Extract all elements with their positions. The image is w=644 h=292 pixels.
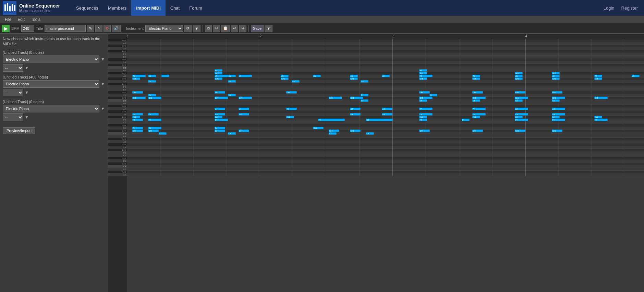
redo-btn[interactable]: ↪	[239, 25, 246, 32]
grid-row-E3	[127, 154, 644, 157]
grid-col-line	[193, 39, 194, 176]
app-title: Online Sequencer	[19, 3, 60, 9]
ruler-mark-3: 3	[392, 34, 394, 38]
piano-key-Gs6: G#6	[108, 45, 127, 47]
left-panel: Now choose which instruments to use for …	[0, 34, 108, 292]
piano-key-As2: A#2	[108, 171, 127, 173]
preview-import-button[interactable]: Preview/Import	[3, 127, 35, 134]
grid-row-C6	[127, 66, 644, 69]
grid-scroll[interactable]: 1234A5A5A5A5A5A5A5A5A5A5A5A5A5A5A5G#5G#5…	[127, 34, 644, 292]
grid-row-A3	[127, 141, 644, 143]
sub-dropdown-arrow-0: ▼	[25, 65, 29, 70]
grid-row-Fs4	[127, 116, 644, 119]
grid-row-B4	[127, 102, 644, 105]
undo-btn[interactable]: ↩	[231, 25, 238, 32]
instrument-arrow-btn[interactable]: ▼	[193, 25, 201, 32]
menu-file[interactable]: File	[2, 17, 14, 22]
track-instrument-select-0[interactable]: Electric Piano	[3, 56, 99, 63]
piano-key-Fs4: F#4	[108, 116, 127, 119]
piano-key-D5: D5	[108, 94, 127, 97]
menu-tools[interactable]: Tools	[28, 17, 43, 22]
svg-rect-1	[4, 4, 6, 11]
piano-key-As6: A#6	[108, 39, 127, 42]
instrument-label: Instrument	[126, 26, 144, 31]
track-sub-select-1[interactable]: --	[3, 89, 23, 96]
grid-row-F4	[127, 119, 644, 121]
svg-rect-2	[7, 3, 8, 11]
track-sub-select-2[interactable]: --	[3, 113, 23, 121]
track-instrument-select-2[interactable]: Electric Piano	[3, 105, 99, 112]
piano-key-As5: A#5	[108, 72, 127, 75]
piano-key-A2: A2	[108, 173, 127, 176]
copy-btn[interactable]: ⧉	[205, 25, 212, 32]
piano-key-C3: C3	[108, 165, 127, 168]
grid-row-Ds6	[127, 58, 644, 61]
piano-key-Cs5: C#5	[108, 97, 127, 99]
grid-row-G6	[127, 47, 644, 50]
grid-row-Gs4	[127, 110, 644, 113]
play-button[interactable]: ▶	[2, 25, 10, 32]
grid-row-E4	[127, 121, 644, 124]
nav-sequences[interactable]: Sequences	[71, 0, 103, 16]
bpm-input[interactable]	[21, 25, 34, 32]
paste-btn[interactable]: 📋	[221, 25, 230, 32]
piano-key-D3: D3	[108, 160, 127, 162]
instrument-select[interactable]: Electric Piano	[145, 25, 183, 32]
nav-chat[interactable]: Chat	[166, 0, 184, 16]
top-navigation: Online Sequencer Make music online Seque…	[0, 0, 644, 16]
menu-edit[interactable]: Edit	[15, 17, 27, 22]
instrument-settings-btn[interactable]: ⚙	[184, 25, 192, 32]
grid-row-As3	[127, 138, 644, 141]
track-label-2: [Untitled Track] (0 notes)	[3, 100, 105, 104]
grid-col-line	[625, 39, 625, 176]
piano-key-C5: C5	[108, 99, 127, 102]
nav-members[interactable]: Members	[103, 0, 131, 16]
piano-key-C4: C4	[108, 132, 127, 135]
piano-key-A4: A4	[108, 108, 127, 110]
grid-row-B3	[127, 135, 644, 138]
track-sub-select-0[interactable]: --	[3, 64, 23, 72]
grid-row-Fs6	[127, 50, 644, 53]
grid-row-F6	[127, 53, 644, 56]
edit-icon-btn[interactable]: ✎	[87, 25, 94, 32]
speaker-icon-btn[interactable]: 🔊	[112, 25, 121, 32]
piano-key-Gs5: G#5	[108, 77, 127, 80]
cut-btn[interactable]: ✂	[213, 25, 220, 32]
piano-roll-wrapper: A#6A6G#6G6F#6F6E6D#6D6C#6C6B5A#5A5G#5G5F…	[108, 34, 644, 292]
import-notice: Now choose which instruments to use for …	[3, 36, 105, 47]
track-controls-2: Electric Piano ▼	[3, 105, 105, 112]
grid-col-line	[459, 39, 459, 176]
track-sub-controls-0: -- ▼	[3, 64, 105, 72]
grid-row-B5	[127, 69, 644, 72]
nav-forum[interactable]: Forum	[184, 0, 207, 16]
ruler-mark-4: 4	[525, 34, 527, 38]
save-btn[interactable]: Save	[251, 25, 264, 32]
piano-key-G4: G4	[108, 113, 127, 116]
grid-col-line	[426, 39, 426, 176]
delete-icon-btn[interactable]: ⊘	[104, 25, 111, 32]
grid-row-A2	[127, 173, 644, 176]
piano-key-E3: E3	[108, 154, 127, 157]
login-link[interactable]: Login	[600, 5, 618, 11]
grid-row-As6	[127, 39, 644, 42]
grid-row-D3	[127, 160, 644, 162]
save-arrow-btn[interactable]: ▼	[265, 25, 272, 32]
track-row-1: [Untitled Track] (400 notes) Electric Pi…	[3, 75, 105, 96]
piano-key-As4: A#4	[108, 105, 127, 108]
piano-key-G5: G5	[108, 80, 127, 83]
grid-row-C4	[127, 132, 644, 135]
title-input[interactable]	[45, 25, 86, 32]
svg-rect-3	[9, 6, 11, 11]
piano-keys: A#6A6G#6G6F#6F6E6D#6D6C#6C6B5A#5A5G#5G5F…	[108, 34, 127, 292]
nav-import-midi[interactable]: Import MIDI	[131, 0, 166, 16]
sub-dropdown-arrow-1: ▼	[25, 90, 29, 95]
grid-row-D5	[127, 94, 644, 97]
cursor-icon-btn[interactable]: ↖	[95, 25, 102, 32]
grid-row-Fs5	[127, 83, 644, 86]
track-instrument-select-1[interactable]: Electric Piano	[3, 80, 99, 88]
register-link[interactable]: Register	[618, 5, 641, 11]
piano-key-Cs6: C#6	[108, 64, 127, 66]
grid-col-line	[492, 39, 493, 176]
grid-col-line	[293, 39, 293, 176]
track-row-0: [Untitled Track] (0 notes) Electric Pian…	[3, 50, 105, 72]
